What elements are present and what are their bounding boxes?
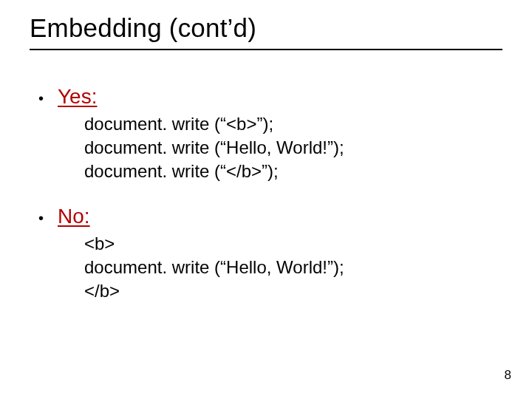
code-block-no: <b> document. write (“Hello, World!”); <… — [84, 232, 502, 303]
slide-content: • Yes: document. write (“<b>”); document… — [30, 50, 502, 303]
code-line: document. write (“Hello, World!”); — [84, 136, 502, 160]
code-block-yes: document. write (“<b>”); document. write… — [84, 112, 502, 183]
page-number: 8 — [505, 368, 511, 383]
bullet-no-label: No: — [58, 204, 90, 229]
code-line: </b> — [84, 279, 502, 303]
bullet-yes: • Yes: — [38, 84, 502, 109]
code-line: document. write (“</b>”); — [84, 160, 502, 183]
bullet-dot-icon: • — [38, 208, 58, 228]
slide: Embedding (cont’d) • Yes: document. writ… — [0, 0, 532, 399]
slide-title: Embedding (cont’d) — [30, 13, 502, 43]
code-line: document. write (“Hello, World!”); — [84, 256, 502, 279]
code-line: <b> — [84, 232, 502, 256]
bullet-yes-label: Yes: — [58, 84, 97, 109]
code-line: document. write (“<b>”); — [84, 112, 502, 136]
bullet-dot-icon: • — [38, 88, 58, 109]
bullet-no: • No: — [38, 204, 502, 229]
